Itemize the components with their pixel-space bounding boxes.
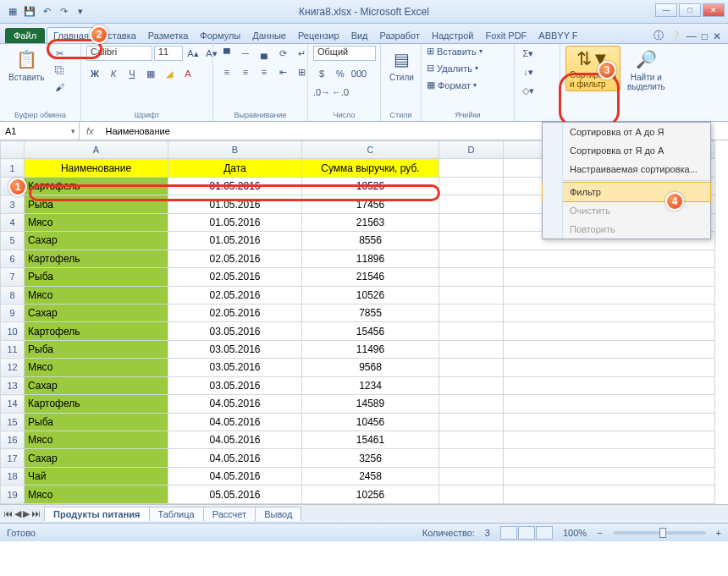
sheet-tab-1[interactable]: Таблица: [149, 507, 204, 521]
cell-c[interactable]: 7855: [302, 304, 439, 321]
comma-icon[interactable]: 000: [350, 66, 367, 81]
fx-icon[interactable]: fx: [80, 126, 101, 136]
cell-c[interactable]: 15461: [302, 431, 439, 449]
autosum-icon[interactable]: Σ▾: [520, 46, 537, 61]
row-header[interactable]: 10: [1, 322, 25, 340]
name-box[interactable]: A1: [0, 122, 80, 140]
align-top-icon[interactable]: ▀: [218, 46, 235, 61]
orientation-icon[interactable]: ⟳: [274, 46, 291, 61]
cell-c[interactable]: 17456: [302, 195, 439, 213]
align-center-icon[interactable]: ≡: [237, 64, 254, 80]
insert-cells-button[interactable]: Вставить: [437, 47, 477, 57]
italic-button[interactable]: К: [105, 66, 122, 81]
grow-font-icon[interactable]: A▴: [185, 46, 201, 61]
row-header[interactable]: 7: [1, 268, 25, 286]
cell-a[interactable]: Сахар: [25, 232, 168, 250]
tab-home[interactable]: Главная: [47, 27, 96, 43]
cell-a[interactable]: Рыба: [25, 413, 168, 431]
cell-b[interactable]: 03.05.2016: [168, 359, 302, 376]
cell-a[interactable]: Мясо: [25, 286, 168, 304]
border-icon[interactable]: ▦: [142, 66, 159, 81]
cell-a[interactable]: Сахар: [25, 376, 168, 394]
tab-view[interactable]: Вид: [345, 28, 374, 43]
header-cell-b[interactable]: Дата: [168, 159, 302, 177]
table-row[interactable]: 10Картофель03.05.201615456: [1, 322, 715, 340]
row-header[interactable]: 9: [1, 304, 25, 321]
cell-c[interactable]: 10256: [302, 485, 439, 504]
row-header[interactable]: 19: [1, 485, 25, 504]
cell-b[interactable]: 02.05.2016: [168, 268, 302, 286]
row-header[interactable]: 8: [1, 286, 25, 304]
header-cell-a[interactable]: Наименование: [25, 159, 168, 177]
zoom-out-icon[interactable]: −: [597, 528, 602, 538]
cell-b[interactable]: 01.05.2016: [168, 213, 302, 231]
save-icon[interactable]: 💾: [22, 4, 37, 19]
maximize-button[interactable]: □: [679, 3, 701, 17]
sheet-nav-last-icon[interactable]: ⏭: [31, 508, 41, 519]
cell-c[interactable]: 21563: [302, 213, 439, 231]
cell-c[interactable]: 21546: [302, 268, 439, 286]
header-cell-c[interactable]: Сумма выручки, руб.: [302, 159, 439, 177]
undo-icon[interactable]: ↶: [39, 4, 54, 19]
fill-icon[interactable]: ↓▾: [520, 64, 537, 80]
qat-more-icon[interactable]: ▾: [73, 4, 88, 19]
tab-developer[interactable]: Разработ: [374, 28, 426, 43]
cell-b[interactable]: 03.05.2016: [168, 322, 302, 340]
row-header[interactable]: 4: [1, 213, 25, 231]
row-header[interactable]: 11: [1, 340, 25, 358]
cell-c[interactable]: 3256: [302, 449, 439, 467]
cell-b[interactable]: 04.05.2016: [168, 413, 302, 431]
fill-color-icon[interactable]: ◢: [161, 66, 178, 81]
format-cells-button[interactable]: Формат: [438, 80, 471, 91]
cell-b[interactable]: 03.05.2016: [168, 376, 302, 394]
cell-c[interactable]: 8556: [302, 232, 439, 250]
wrap-text-icon[interactable]: ↵: [293, 46, 310, 61]
minimize-button[interactable]: —: [655, 3, 677, 17]
close-button[interactable]: ✕: [703, 3, 725, 17]
clear-icon[interactable]: ◇▾: [520, 83, 537, 98]
tab-layout[interactable]: Разметка: [142, 28, 195, 43]
row-header[interactable]: 5: [1, 232, 25, 250]
font-color-icon[interactable]: A: [179, 66, 196, 81]
table-row[interactable]: 17Сахар04.05.20163256: [1, 449, 715, 467]
cell-a[interactable]: Мясо: [25, 213, 168, 231]
tab-formulas[interactable]: Формулы: [194, 28, 246, 43]
table-row[interactable]: 14Картофель04.05.201614589: [1, 395, 715, 413]
zoom-level[interactable]: 100%: [563, 528, 587, 538]
align-bottom-icon[interactable]: ▄: [256, 46, 273, 61]
tab-review[interactable]: Рецензир: [292, 28, 345, 43]
number-format-select[interactable]: Общий: [313, 46, 376, 61]
cell-c[interactable]: 2458: [302, 467, 439, 485]
cell-c[interactable]: 14589: [302, 395, 439, 413]
sheet-nav-prev-icon[interactable]: ◀: [14, 508, 21, 519]
row-header[interactable]: 17: [1, 449, 25, 467]
tab-addins[interactable]: Надстрой: [426, 28, 479, 43]
cell-b[interactable]: 02.05.2016: [168, 250, 302, 267]
cell-a[interactable]: Рыба: [25, 195, 168, 213]
cell-b[interactable]: 04.05.2016: [168, 431, 302, 449]
table-row[interactable]: 15Рыба04.05.201610456: [1, 413, 715, 431]
cell-c[interactable]: 9568: [302, 359, 439, 376]
inc-decimal-icon[interactable]: .0→: [313, 85, 330, 100]
file-tab[interactable]: Файл: [5, 28, 45, 43]
underline-button[interactable]: Ч: [124, 66, 141, 81]
table-row[interactable]: 7Рыба02.05.201621546: [1, 268, 715, 286]
cell-c[interactable]: 10526: [302, 177, 439, 195]
table-row[interactable]: 12Мясо03.05.20169568: [1, 359, 715, 376]
sheet-tab-2[interactable]: Рассчет: [203, 507, 256, 521]
cell-a[interactable]: Рыба: [25, 340, 168, 358]
row-header[interactable]: 1: [1, 159, 25, 177]
delete-cells-button[interactable]: Удалить: [437, 63, 472, 74]
table-row[interactable]: 9Сахар02.05.20167855: [1, 304, 715, 321]
menu-custom-sort[interactable]: ▤Настраиваемая сортировка...: [543, 160, 710, 178]
cell-b[interactable]: 05.05.2016: [168, 485, 302, 504]
cell-b[interactable]: 02.05.2016: [168, 286, 302, 304]
currency-icon[interactable]: $: [313, 66, 330, 81]
cell-b[interactable]: 03.05.2016: [168, 340, 302, 358]
table-row[interactable]: 16Мясо04.05.201615461: [1, 431, 715, 449]
cell-a[interactable]: Картофель: [25, 395, 168, 413]
dec-decimal-icon[interactable]: ←.0: [332, 85, 349, 100]
doc-close-icon[interactable]: ✕: [713, 30, 721, 42]
cell-a[interactable]: Чай: [25, 467, 168, 485]
col-header-a[interactable]: A: [25, 141, 168, 159]
